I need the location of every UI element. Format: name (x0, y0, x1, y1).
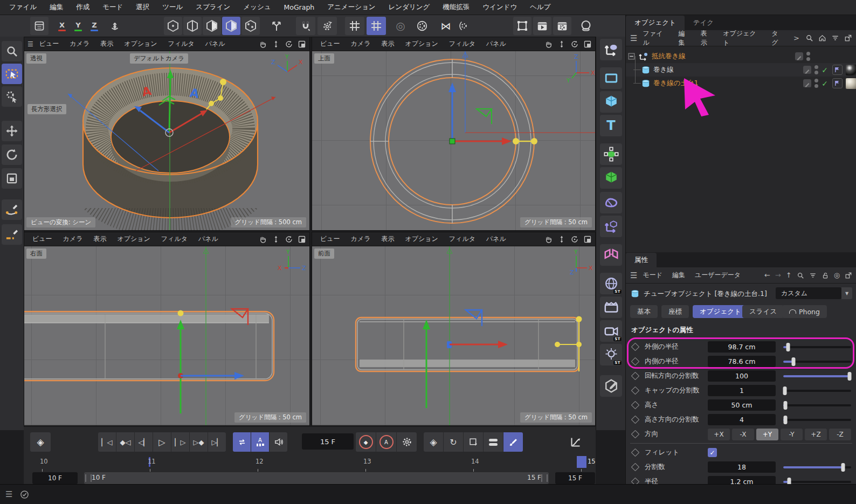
snap-enable-button[interactable] (296, 17, 315, 35)
target-icon[interactable]: ◎ (834, 271, 840, 279)
anim-key-diamond-icon[interactable] (631, 372, 640, 381)
dolly-icon[interactable] (557, 235, 566, 244)
anim-key-diamond-icon[interactable] (631, 401, 640, 410)
key-pla-button[interactable] (503, 432, 523, 452)
object-name[interactable]: 巻き線 (653, 65, 674, 74)
keyframe-settings-button[interactable] (397, 432, 417, 452)
toggle-panel-icon[interactable] (298, 40, 306, 49)
pan-hand-icon[interactable] (544, 235, 553, 244)
orbit-icon[interactable] (285, 235, 293, 244)
dolly-icon[interactable] (272, 40, 280, 49)
om-menu-edit[interactable]: 編集 (674, 27, 695, 49)
om-home-icon[interactable] (818, 34, 826, 42)
tool-options-button[interactable] (2, 86, 22, 107)
menu-rendering[interactable]: レンダリング (383, 1, 436, 14)
editor-visibility-toggle[interactable] (795, 52, 803, 60)
timeline-ruler[interactable]: 10 11 12 13 14 15 (24, 456, 596, 468)
editor-visibility-toggle[interactable] (803, 79, 811, 87)
direction-minus-z[interactable]: -Z (829, 429, 851, 440)
preset-dropdown-arrow[interactable]: ▼ (841, 287, 852, 299)
orbit-icon[interactable] (285, 40, 293, 49)
vp-menu-filter[interactable]: フィルタ (444, 233, 480, 245)
attr-menu-edit[interactable]: 編集 (668, 269, 689, 281)
play-button[interactable]: ▷ (153, 432, 171, 452)
anim-key-diamond-icon[interactable] (631, 343, 640, 351)
inner-radius-field[interactable]: 78.6 cm (708, 356, 776, 367)
render-settings-button[interactable] (553, 17, 571, 35)
attr-filter-icon[interactable] (809, 272, 817, 279)
enabled-check-icon[interactable]: ✓ (822, 66, 828, 74)
model-mode-button[interactable] (183, 17, 202, 35)
viewport-perspective-canvas[interactable]: A A Y X Z 透視 デフォルトカメラ 長方形選択 ビューの変換: (24, 51, 309, 230)
coordinate-system-button[interactable] (106, 17, 124, 35)
fillet-checkbox[interactable]: ✓ (708, 448, 717, 457)
attr-menu-userdata[interactable]: ユーザーデータ (691, 269, 745, 281)
direction-minus-y[interactable]: -Y (781, 429, 803, 440)
vp-menu-filter[interactable]: フィルタ (444, 38, 480, 50)
attr-tab-slice[interactable]: スライス (742, 305, 784, 318)
anim-key-diamond-icon[interactable] (631, 386, 640, 395)
attr-menu-mode[interactable]: モード (638, 269, 667, 281)
playhead[interactable] (577, 456, 586, 468)
tree-row-coil-group[interactable]: 抵抗巻き線 (626, 50, 856, 63)
modeling-settings-button[interactable] (454, 17, 472, 35)
sound-button[interactable] (270, 432, 287, 452)
vp-menu-display[interactable]: 表示 (95, 38, 118, 50)
dolly-icon[interactable] (557, 40, 566, 49)
subdivision-surface-button[interactable] (600, 143, 622, 165)
toggle-panel-icon[interactable] (583, 40, 592, 49)
attr-tab-coordinates[interactable]: 座標 (661, 305, 689, 318)
object-mode-button[interactable] (222, 17, 240, 35)
key-position-button[interactable]: ◈ (424, 432, 443, 452)
vp-menu-camera[interactable]: カメラ (346, 38, 376, 50)
attr-tab-basic[interactable]: 基本 (630, 305, 658, 318)
viewport-perspective[interactable]: ☰ ビュー カメラ 表示 オプション フィルタ パネル (24, 37, 310, 231)
stage-object-button[interactable] (600, 296, 622, 318)
visibility-dots[interactable] (814, 65, 818, 74)
collapse-expand-icon[interactable] (628, 53, 635, 60)
sweep-generator-button[interactable] (600, 192, 622, 213)
menu-tools[interactable]: ツール (156, 1, 189, 14)
menu-spline[interactable]: スプライン (190, 1, 236, 14)
range-end-field[interactable]: 15 F (555, 472, 595, 484)
preset-dropdown[interactable]: カスタム (776, 287, 841, 299)
rotate-tool[interactable] (2, 144, 22, 165)
render-view-button[interactable] (513, 17, 531, 35)
om-menu-file[interactable]: ファイル (638, 27, 673, 49)
om-menu-overflow[interactable]: > (793, 34, 799, 42)
lock-x-axis-button[interactable]: X (55, 17, 69, 35)
previous-key-button[interactable]: ◆◁ (116, 432, 134, 452)
viewport-top[interactable]: ビュー カメラ 表示 オプション フィルタ パネル (312, 37, 596, 231)
vp-menu-display[interactable]: 表示 (88, 233, 111, 245)
om-menu-tags[interactable]: タグ (767, 27, 789, 49)
vp-menu-display[interactable]: 表示 (376, 233, 399, 245)
phong-tag-icon[interactable] (832, 65, 843, 75)
viewport-right-canvas[interactable]: Y Z X 右面 グリッド間隔 : 50 cm (24, 246, 309, 425)
history-forward-icon[interactable]: → (775, 271, 781, 279)
lock-z-axis-button[interactable]: Z (87, 17, 101, 35)
lock-y-axis-button[interactable]: Y (71, 17, 85, 35)
vp-menu-filter[interactable]: フィルタ (163, 38, 199, 50)
vp-menu-options[interactable]: オプション (400, 38, 443, 50)
material-sphere-button[interactable] (577, 17, 595, 35)
lock-workplane-button[interactable] (367, 17, 386, 35)
anim-key-diamond-icon[interactable] (631, 448, 640, 457)
vp-menu-view[interactable]: ビュー (27, 233, 57, 245)
current-frame-field[interactable]: 15 F (302, 433, 354, 450)
vp-menu-filter[interactable]: フィルタ (156, 233, 192, 245)
vp-menu-display[interactable]: 表示 (376, 38, 399, 50)
direction-plus-z[interactable]: +Z (805, 429, 827, 440)
om-filter-icon[interactable] (831, 34, 839, 42)
anim-key-diamond-icon[interactable] (631, 430, 640, 439)
menu-create[interactable]: 作成 (70, 1, 95, 14)
menu-extensions[interactable]: 機能拡張 (437, 1, 475, 14)
attr-hamburger-icon[interactable]: ☰ (630, 271, 637, 280)
vp-menu-view[interactable]: ビュー (34, 38, 64, 50)
tube-object-icon[interactable] (641, 79, 651, 88)
camera-label[interactable]: デフォルトカメラ (130, 53, 188, 64)
rectangle-select-tool[interactable] (2, 64, 22, 84)
menu-window[interactable]: ウインドウ (477, 1, 523, 14)
tab-attributes[interactable]: 属性 (626, 253, 657, 267)
attr-tab-phong[interactable]: Phong (782, 305, 827, 318)
anim-key-diamond-icon[interactable] (631, 416, 640, 424)
